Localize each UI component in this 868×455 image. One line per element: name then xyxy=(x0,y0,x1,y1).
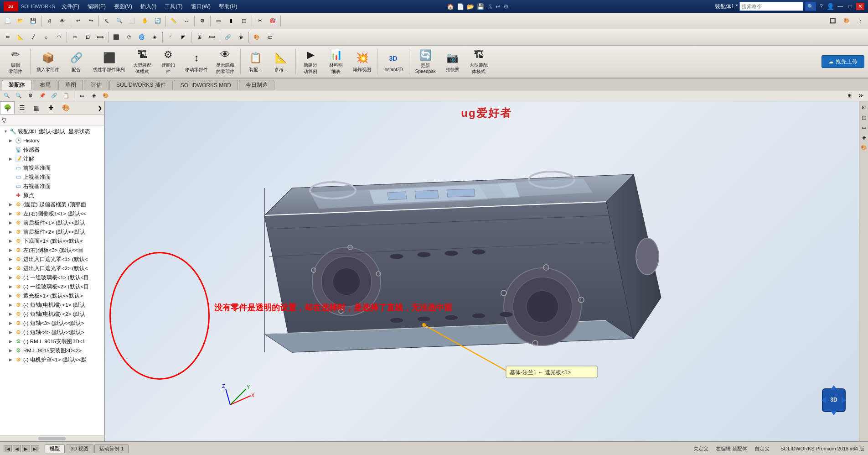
tb-undo[interactable]: ↩ xyxy=(72,15,84,27)
vrt-btn2[interactable]: ◫ xyxy=(860,113,868,121)
tb-redo[interactable]: ↪ xyxy=(85,15,97,27)
tree-right-plane[interactable]: ▭ 右视基准面 xyxy=(0,182,104,191)
tb-hidden[interactable]: ◫ xyxy=(238,15,250,27)
lp-tab-tree[interactable]: 🌳 xyxy=(0,101,15,114)
subtab-icon5[interactable]: 🔗 xyxy=(49,89,59,102)
nav-first[interactable]: |◀ xyxy=(4,445,12,452)
tb2-offset[interactable]: ⊡ xyxy=(82,31,93,44)
tb2-sketch[interactable]: ✏ xyxy=(2,31,14,44)
tb2-3dsketch[interactable]: 📐 xyxy=(15,31,26,44)
tb-shaded[interactable]: ▮ xyxy=(225,15,237,27)
tree-part9[interactable]: ▶ ⚙ (-) 一组玻璃板<1> (默认<目 xyxy=(0,273,104,282)
subtab-icon2[interactable]: 🔍 xyxy=(14,89,24,102)
assem-linear-pattern[interactable]: ⬛ 线性零部件阵列 xyxy=(90,47,128,76)
vrt-btn4[interactable]: ◈ xyxy=(860,133,868,141)
menu-help[interactable]: 帮助(H) xyxy=(215,2,241,11)
tb-view-selector[interactable]: 🔲 xyxy=(827,15,839,27)
tree-part8[interactable]: ▶ ⚙ 进出入口遮光罩<2> (默认< xyxy=(0,264,104,273)
quick-home[interactable]: 🏠 xyxy=(447,3,454,10)
menu-tools[interactable]: 工具(T) xyxy=(161,2,186,11)
assem-mate[interactable]: 🔗 配合 xyxy=(64,47,88,76)
tree-part14[interactable]: ▶ ⚙ (-) 短轴<3> (默认<<默认> xyxy=(0,319,104,328)
tab-assembly[interactable]: 装配体 xyxy=(2,80,32,90)
nav-next[interactable]: ▶ xyxy=(22,445,30,452)
tree-part2[interactable]: ▶ ⚙ 左(右)侧侧板1<1> (默认<< xyxy=(0,209,104,218)
assem-speedpak[interactable]: 🔄 更新Speedpak xyxy=(412,47,439,76)
tree-part11[interactable]: ▶ ⚙ 遮光板<1> (默认<<默认> xyxy=(0,291,104,300)
search-input[interactable] xyxy=(739,2,803,11)
lp-tab-config[interactable]: ▦ xyxy=(29,101,44,114)
tb-rotate[interactable]: 🔄 xyxy=(152,15,164,27)
win-restore[interactable]: □ xyxy=(846,3,854,10)
tb2-line[interactable]: ╱ xyxy=(27,31,39,44)
tab-sketch[interactable]: 草图 xyxy=(58,80,83,90)
quick-open[interactable]: 📂 xyxy=(467,3,474,10)
assem-bom[interactable]: 📊 材料明细表 xyxy=(324,47,348,76)
tab-motion[interactable]: 运动算例 1 xyxy=(94,445,129,453)
quick-print[interactable]: 🖨 xyxy=(487,3,493,10)
assem-explode[interactable]: 💥 爆炸视图 xyxy=(350,47,374,76)
tb-smart-dim[interactable]: ↔ xyxy=(181,15,192,27)
tb2-mirror[interactable]: ⟺ xyxy=(94,31,106,44)
tree-part5[interactable]: ▶ ⚙ 下底面<1> (默认<<默认< xyxy=(0,236,104,246)
tree-part6[interactable]: ▶ ⚙ 左(右)侧板<3> (默认<<目 xyxy=(0,246,104,255)
tree-sensors[interactable]: 📡 传感器 xyxy=(0,145,104,154)
tb-save[interactable]: 💾 xyxy=(27,15,39,27)
tree-part4[interactable]: ▶ ⚙ 前后板件<2> (默认<<默认 xyxy=(0,227,104,236)
tb2-chamfer[interactable]: ◤ xyxy=(177,31,189,44)
tb-print[interactable]: 🖨 xyxy=(43,15,55,27)
menu-file[interactable]: 文件(F) xyxy=(58,2,83,11)
tb2-appearance[interactable]: 🎨 xyxy=(251,31,263,44)
tb-preview[interactable]: 👁 xyxy=(56,15,68,27)
tree-hscrollbar[interactable] xyxy=(0,435,104,441)
tree-notes[interactable]: ▶ 📝 注解 xyxy=(0,154,104,163)
feature-tree[interactable]: ▼ 🔧 装配体1 (默认<默认_显示状态 ▶ 🕒 History 📡 传感器 ▶… xyxy=(0,126,104,435)
lp-expand[interactable]: ❯ xyxy=(98,101,104,115)
assem-smart[interactable]: ⚙ 智能扣件 xyxy=(156,47,180,76)
tb-zoom-box[interactable]: ⬜ xyxy=(126,15,138,27)
menu-edit[interactable]: 编辑(E) xyxy=(84,2,109,11)
lp-tab-display[interactable]: ✚ xyxy=(44,101,58,114)
tree-front-plane[interactable]: ▭ 前视基准面 xyxy=(0,163,104,173)
tb-display-more[interactable]: ⋮ xyxy=(854,15,866,27)
help-icon[interactable]: ? xyxy=(820,3,823,10)
quick-settings[interactable]: ⚙ xyxy=(503,3,509,10)
tb-zoom-in[interactable]: 🔍 xyxy=(114,15,125,27)
quick-new[interactable]: 📄 xyxy=(457,3,464,10)
lp-tab-appearance[interactable]: 🎨 xyxy=(58,101,73,114)
assem-show-hidden[interactable]: 👁 显示隐藏的零部件 xyxy=(213,47,238,76)
tab-solidworks-plugins[interactable]: SOLIDWORKS 插件 xyxy=(109,80,173,90)
assem-new-motion[interactable]: ▶ 新建运动算例 xyxy=(299,47,322,76)
tree-part1[interactable]: ▶ ⚙ (固定) 起偏器框架 (顶部面 xyxy=(0,200,104,209)
menu-insert[interactable]: 插入(I) xyxy=(137,2,160,11)
tb2-decals[interactable]: 🏷 xyxy=(264,31,275,44)
tree-part17[interactable]: ▶ ⚙ RM-L-9015安装图3D<2> xyxy=(0,346,104,355)
tree-part13[interactable]: ▶ ⚙ (-) 短轴(电机端) <2> (默认 xyxy=(0,309,104,319)
assem-move[interactable]: ↕ 移动零部件 xyxy=(182,47,211,76)
win-close[interactable]: ✕ xyxy=(856,3,864,10)
quick-undo[interactable]: ↩ xyxy=(496,3,501,10)
assem-snapshot[interactable]: 📷 拍快照 xyxy=(441,47,465,76)
tb2-pattern[interactable]: ⊞ xyxy=(193,31,205,44)
tb-new[interactable]: 📄 xyxy=(2,15,14,27)
tb2-loft[interactable]: ◈ xyxy=(149,31,160,44)
tb2-hide[interactable]: 👁 xyxy=(235,31,247,44)
tree-part7[interactable]: ▶ ⚙ 进出入口遮光罩<1> (默认< xyxy=(0,255,104,264)
tree-origin[interactable]: ✚ 原点 xyxy=(0,191,104,200)
tb2-mirror2[interactable]: ⟺ xyxy=(206,31,218,44)
tb2-arc[interactable]: ◠ xyxy=(53,31,65,44)
tab-model[interactable]: 模型 xyxy=(45,445,65,453)
tree-part12[interactable]: ▶ ⚙ (-) 短轴(电机端) <1> (默认 xyxy=(0,300,104,309)
navicube[interactable]: 3D xyxy=(818,384,850,416)
tb-wire[interactable]: ▭ xyxy=(212,15,224,27)
tb2-fillet[interactable]: ◜ xyxy=(165,31,176,44)
upload-button[interactable]: ☁ 抢先上传 xyxy=(822,55,864,68)
subtab-icon4[interactable]: 📌 xyxy=(37,89,47,102)
menu-window[interactable]: 窗口(W) xyxy=(187,2,214,11)
tb2-sweep[interactable]: 🌀 xyxy=(136,31,148,44)
tree-top-plane[interactable]: ▭ 上视基准面 xyxy=(0,173,104,182)
tb-open[interactable]: 📂 xyxy=(15,15,26,27)
tb2-circle[interactable]: ○ xyxy=(40,31,52,44)
menu-view[interactable]: 视图(V) xyxy=(110,2,136,11)
quick-save[interactable]: 💾 xyxy=(477,3,484,10)
